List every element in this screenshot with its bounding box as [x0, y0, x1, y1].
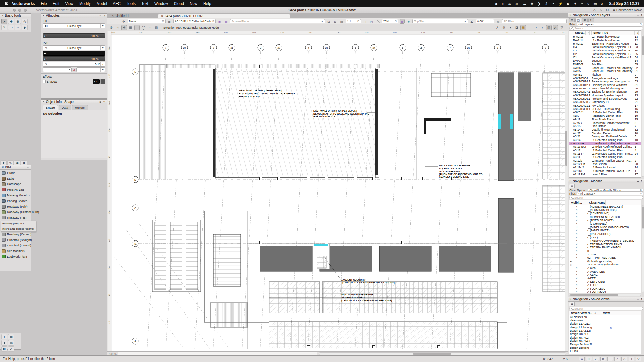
active-layer-dropdown[interactable]: A3:13 IP [L2 Reflected Ceiling Plan - In… — [173, 19, 216, 23]
sheet-row[interactable]: A4.27Cladding Details20 — [569, 131, 641, 135]
slack-icon[interactable]: ❖ — [530, 2, 534, 6]
shadow-checkbox[interactable] — [43, 80, 46, 83]
more-icon[interactable]: ▽ — [559, 25, 564, 30]
active-class-dropdown[interactable]: None⊡ — [128, 19, 166, 23]
menu-icon[interactable]: ≡ — [99, 100, 102, 104]
snap-edge-icon[interactable]: ∕ — [614, 357, 620, 361]
snap-object-icon[interactable]: ⊞ — [586, 357, 592, 361]
menu-cloud[interactable]: Cloud — [171, 1, 187, 6]
menu-icon[interactable]: ≡ — [637, 14, 639, 17]
sheet-row[interactable]: ASK200904Garage line markings37 — [569, 76, 641, 80]
bim-tool-site-modifiers[interactable]: Site Modifiers — [0, 248, 31, 254]
settings-icon[interactable]: ⚙ — [636, 357, 641, 361]
class-row[interactable]: ✕-_(PANEL RIVET) — [569, 229, 641, 232]
menu-tools[interactable]: Tools — [124, 1, 138, 6]
class-row[interactable]: ✕02___PRT_ALL_AXES — [569, 256, 641, 260]
sheet-row[interactable]: O3Partial Occupancy Key Plan - B...36 — [569, 49, 641, 52]
render-mode-icon[interactable]: ▧ — [496, 19, 501, 24]
saved-view-row[interactable]: design RCP L1! — [569, 332, 641, 336]
flow-icon[interactable]: ≋ — [508, 2, 511, 6]
sheet-row[interactable]: A9.11Floor Finish Plans15 — [569, 118, 641, 121]
bim-tool-laubwerk-plant[interactable]: Laubwerk Plant — [0, 254, 31, 259]
sheet-row[interactable]: O1Partial Occupancy Key Plan - L134 — [569, 56, 641, 59]
marquee-rect-icon[interactable]: ▭ — [134, 25, 140, 30]
clip-icon[interactable]: ◪ — [514, 25, 519, 30]
menu-icon[interactable]: ≡ — [99, 14, 102, 17]
sheet-row[interactable]: A2.11cL1 Interior Partition Layout - Re.… — [569, 169, 641, 173]
sheet-row[interactable]: ASK200824.1Parkade ramp and stair guards… — [569, 80, 641, 83]
column-sheet-number[interactable]: Sheet...∨ — [573, 31, 592, 35]
more-icon[interactable]: ⋮ — [100, 34, 104, 37]
download-icon[interactable]: ⇩ — [545, 2, 548, 6]
bim-tool-hardscape[interactable]: Hardscape — [0, 181, 31, 187]
menu-icon[interactable]: ≡ — [637, 180, 639, 183]
saved-view-new-icon[interactable]: ▦ — [223, 19, 229, 24]
cloud-icon[interactable]: ☁ — [523, 2, 526, 6]
help-icon[interactable]: ? — [641, 14, 643, 17]
sheet-list-scrollbar[interactable] — [642, 35, 644, 177]
column-visibility[interactable]: Visibil... — [569, 200, 587, 205]
saved-view-row[interactable]: Design Section 2! — [569, 343, 641, 346]
tab-untitled[interactable]: ✕Untitled 1 — [109, 14, 157, 18]
chain-icon[interactable]: ∿ — [115, 25, 120, 30]
saved-views-tab-icon[interactable]: ▣ — [569, 302, 575, 306]
sheet-row[interactable]: R-A2.10Basement - Rattenbury House11 — [569, 42, 641, 45]
magnet-off-icon[interactable]: ✗ — [495, 25, 500, 30]
snap-grid-icon[interactable]: ∷ — [579, 357, 585, 361]
saved-view-row[interactable]: design L1 flooring▣ — [569, 326, 641, 329]
close-tab-icon[interactable]: ✕ — [112, 14, 114, 17]
scale-icon[interactable]: ▤ — [339, 19, 344, 24]
sheet-row[interactable]: A3.11 IPL1 Reflected Ceiling Plan - Inte… — [569, 152, 641, 155]
help-icon[interactable]: ? — [103, 100, 106, 104]
help-icon[interactable]: ? — [103, 14, 106, 17]
class-row[interactable]: ✕A-area — [569, 266, 641, 270]
tab-data[interactable]: Data — [59, 105, 71, 110]
class-row[interactable]: ✕A-DETL — [569, 276, 641, 280]
bim-tool-roadway-tee-[interactable]: Roadway (Tee) — [0, 215, 31, 220]
home-icon[interactable]: ⌂ — [593, 8, 595, 12]
column-saved-view-name[interactable]: Saved View N...∧ — [569, 311, 601, 315]
close-icon[interactable]: ✕ — [43, 14, 45, 17]
class-row[interactable]: ✕-_(ADJUSTABLE BRACKET) — [569, 205, 641, 209]
contrast-icon[interactable]: ◐ — [540, 25, 545, 30]
cube-icon[interactable]: ◧ — [1, 346, 7, 352]
sheet-row[interactable]: AW36Room 202 - Maker Lab Cabinetry52 — [569, 66, 641, 70]
line-weight-dropdown[interactable]: ✎0.18▼ — [43, 62, 105, 67]
pen-color-well[interactable]: ↩ — [43, 51, 105, 56]
play-icon[interactable]: ▶ — [567, 2, 570, 6]
furniture-icon[interactable]: ▤ — [154, 25, 159, 30]
pen-tool-icon[interactable]: ✎ — [1, 25, 7, 30]
circle-tool-icon[interactable]: ○ — [15, 25, 21, 30]
forward-icon[interactable]: → — [115, 19, 120, 24]
render-icon[interactable]: ◑ — [507, 25, 513, 30]
sheet-row[interactable]: A3.13 EXTL3 (High Roof) Reflected Ceilin… — [569, 145, 641, 149]
class-row[interactable]: ✕-_TRESPA METEON PANEL — [569, 243, 641, 246]
class-row[interactable]: ✕-_(RAIL) — [569, 236, 641, 239]
close-icon[interactable]: ✕ — [2, 14, 4, 17]
sheet-row[interactable]: 4-A5.25Detail at brick to cedar façade26 — [569, 176, 641, 178]
column-class-name[interactable]: Class Name — [587, 200, 641, 205]
cut-plane-icon[interactable]: ⊡ — [326, 19, 331, 24]
sheet-row[interactable]: A2.12bL2 Interior Partition Layout - Re.… — [569, 159, 641, 162]
menu-icon[interactable]: ≡ — [27, 166, 29, 169]
classes-hscrollbar[interactable] — [569, 294, 641, 296]
sheet-row[interactable]: A5.14 r2Details @ west shingle wall32 — [569, 128, 641, 132]
sheet-row[interactable]: A5.15Plan Details7 — [569, 125, 641, 128]
tab-render[interactable]: Render — [72, 105, 88, 110]
sheet-row[interactable]: AW-B1Kitchen9 — [569, 73, 641, 77]
saved-view-row[interactable]: design L1 A.211! — [569, 322, 641, 326]
class-row[interactable]: ✕-_(CENTERLINE) — [569, 212, 641, 215]
user-account[interactable]: ◉Christopher Rowe — [613, 8, 642, 12]
saved-view-row[interactable]: design L2 A2.12! — [569, 329, 641, 332]
rotation-angle-field[interactable]: 0.00° — [476, 19, 494, 23]
sheet-row[interactable]: R-A2.12L2 - Rattenbury House13 — [569, 35, 641, 39]
marquee-poly-icon[interactable]: ▱ — [147, 25, 153, 30]
sheet-row[interactable]: A3.14L1 Reflected Ceiling Plan18 — [569, 138, 641, 142]
more-icon[interactable]: ⋮ — [100, 57, 104, 60]
canvas-horizontal-scrollbar[interactable] — [319, 352, 566, 355]
saved-view-icon[interactable]: ▣ — [217, 19, 222, 24]
bim-tool-roadway-custom-curb-[interactable]: Roadway (Custom Curb) — [0, 209, 31, 215]
menu-modify[interactable]: Modify — [76, 1, 93, 6]
suspend-snapping-icon[interactable]: ‖ — [629, 357, 634, 361]
current-view-dropdown[interactable]: Top/Plan▼ — [412, 19, 468, 23]
